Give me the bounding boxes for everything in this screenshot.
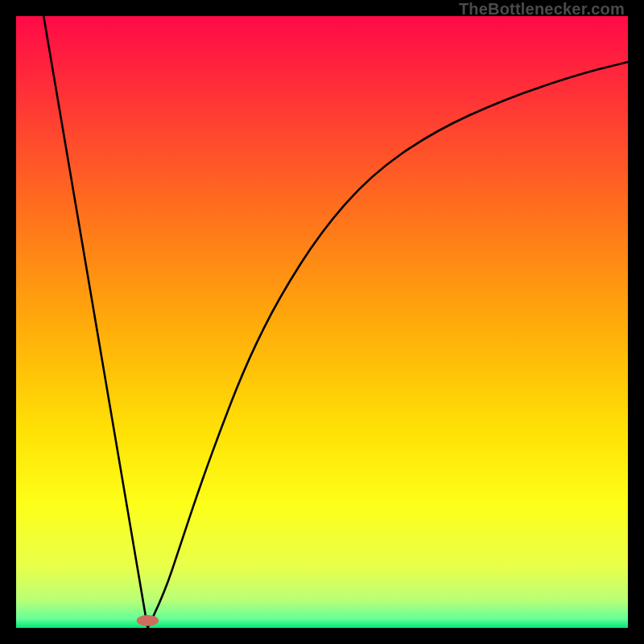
chart-frame — [16, 16, 628, 628]
bottleneck-chart — [16, 16, 628, 628]
optimal-point-marker — [137, 615, 159, 626]
chart-background — [16, 16, 628, 628]
